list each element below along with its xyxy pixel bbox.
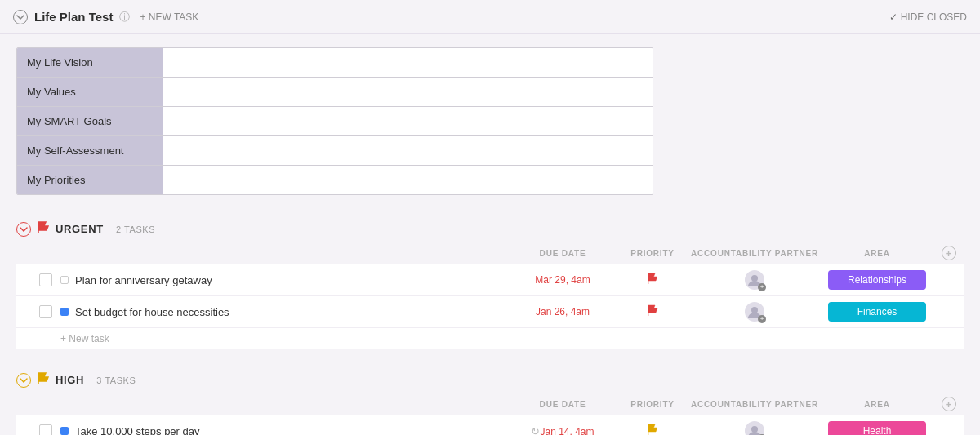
life-plan-table: My Life Vision My Values My SMART Goals …: [16, 47, 653, 195]
task-due-date: ↻Jan 14, 4am: [510, 425, 616, 436]
col-add-label: +: [934, 246, 964, 260]
task-sections: URGENT 2 TASKS DUE DATE PRIORITY ACCOUNT…: [0, 215, 980, 435]
section-collapse-high[interactable]: [16, 373, 31, 388]
col-partner-label: ACCOUNTABILITY PARTNER: [689, 249, 820, 258]
new-task-row[interactable]: + New task: [16, 328, 964, 349]
task-priority[interactable]: [616, 273, 689, 287]
task-accountability-partner[interactable]: +: [689, 302, 820, 322]
task-area: Finances: [820, 302, 934, 322]
life-plan-content[interactable]: [163, 48, 653, 77]
task-checkbox[interactable]: [39, 305, 52, 318]
col-area-label: AREA: [820, 400, 934, 409]
life-plan-label: My SMART Goals: [17, 107, 163, 135]
col-partner-label: ACCOUNTABILITY PARTNER: [689, 400, 820, 409]
life-plan-row[interactable]: My Self-Assessment: [17, 136, 653, 166]
task-checkbox[interactable]: [39, 273, 52, 286]
life-plan-label: My Values: [17, 78, 163, 106]
task-color-dot: [60, 308, 69, 316]
task-priority[interactable]: [616, 304, 689, 319]
task-name: Plan for anniversary getaway: [75, 274, 510, 286]
col-due-label: DUE DATE: [510, 400, 616, 409]
task-name: Take 10,000 steps per day: [75, 425, 510, 436]
task-row[interactable]: Set budget for house necessities Jan 26,…: [16, 296, 964, 328]
partner-avatar[interactable]: +: [745, 270, 764, 290]
task-priority[interactable]: [616, 424, 689, 435]
flag-icon-urgent: [38, 221, 49, 237]
partner-add-icon[interactable]: +: [758, 283, 766, 291]
partner-avatar[interactable]: +: [745, 421, 764, 435]
app-header: Life Plan Test ⓘ + NEW TASK ✓ HIDE CLOSE…: [0, 0, 980, 34]
task-checkbox[interactable]: [39, 424, 52, 435]
collapse-button[interactable]: [13, 10, 28, 24]
col-priority-label: PRIORITY: [616, 400, 689, 409]
task-row[interactable]: Plan for anniversary getaway Mar 29, 4am…: [16, 264, 964, 296]
partner-add-icon[interactable]: +: [758, 315, 766, 323]
section-collapse-urgent[interactable]: [16, 222, 31, 237]
life-plan-content[interactable]: [163, 136, 653, 165]
page-title: Life Plan Test: [34, 10, 113, 24]
checkmark-icon: ✓: [889, 11, 898, 23]
life-plan-row[interactable]: My SMART Goals: [17, 107, 653, 136]
col-due-label: DUE DATE: [510, 249, 616, 258]
area-badge: Health: [828, 421, 926, 435]
life-plan-content[interactable]: [163, 166, 653, 194]
task-color-dot: [60, 427, 69, 435]
task-row[interactable]: Take 10,000 steps per day ↻Jan 14, 4am +: [16, 415, 964, 435]
life-plan-content[interactable]: [163, 107, 653, 135]
life-plan-row[interactable]: My Life Vision: [17, 48, 653, 78]
svg-point-2: [751, 426, 758, 433]
new-task-button[interactable]: + NEW TASK: [140, 11, 198, 23]
section-gap: [16, 349, 964, 366]
col-add-label: +: [934, 397, 964, 411]
svg-point-0: [751, 275, 758, 282]
recur-icon: ↻: [531, 425, 540, 436]
life-plan-label: My Life Vision: [17, 48, 163, 77]
task-count-high: 3 TASKS: [91, 375, 136, 385]
life-plan-label: My Priorities: [17, 166, 163, 194]
hide-closed-label: HIDE CLOSED: [901, 11, 967, 23]
add-section-button[interactable]: +: [942, 397, 956, 411]
task-color-dot: [60, 276, 69, 284]
task-due-date: Mar 29, 4am: [510, 274, 616, 286]
life-plan-row[interactable]: My Values: [17, 78, 653, 107]
partner-avatar[interactable]: +: [745, 302, 764, 322]
task-area: Health: [820, 421, 934, 435]
area-badge: Relationships: [828, 270, 926, 290]
col-area-label: AREA: [820, 249, 934, 258]
area-badge: Finances: [828, 302, 926, 322]
flag-icon-high: [38, 372, 49, 388]
hide-closed-button[interactable]: ✓ HIDE CLOSED: [889, 11, 967, 23]
task-accountability-partner[interactable]: +: [689, 421, 820, 435]
section-header-high: HIGH 3 TASKS: [16, 366, 964, 393]
section-header-urgent: URGENT 2 TASKS: [16, 215, 964, 242]
col-headers-urgent: DUE DATE PRIORITY ACCOUNTABILITY PARTNER…: [16, 242, 964, 264]
life-plan-label: My Self-Assessment: [17, 136, 163, 165]
task-count-urgent: 2 TASKS: [110, 224, 155, 234]
col-priority-label: PRIORITY: [616, 249, 689, 258]
task-accountability-partner[interactable]: +: [689, 270, 820, 290]
task-name: Set budget for house necessities: [75, 306, 510, 318]
col-headers-high: DUE DATE PRIORITY ACCOUNTABILITY PARTNER…: [16, 393, 964, 415]
info-icon[interactable]: ⓘ: [119, 10, 130, 24]
section-title-urgent: URGENT: [56, 223, 104, 235]
svg-point-1: [751, 307, 758, 313]
task-due-date: Jan 26, 4am: [510, 306, 616, 317]
life-plan-section: My Life Vision My Values My SMART Goals …: [0, 34, 980, 215]
section-title-high: HIGH: [56, 374, 84, 386]
life-plan-content[interactable]: [163, 78, 653, 106]
task-area: Relationships: [820, 270, 934, 290]
add-section-button[interactable]: +: [942, 246, 956, 260]
life-plan-row[interactable]: My Priorities: [17, 166, 653, 194]
header-left: Life Plan Test ⓘ + NEW TASK: [13, 10, 198, 24]
